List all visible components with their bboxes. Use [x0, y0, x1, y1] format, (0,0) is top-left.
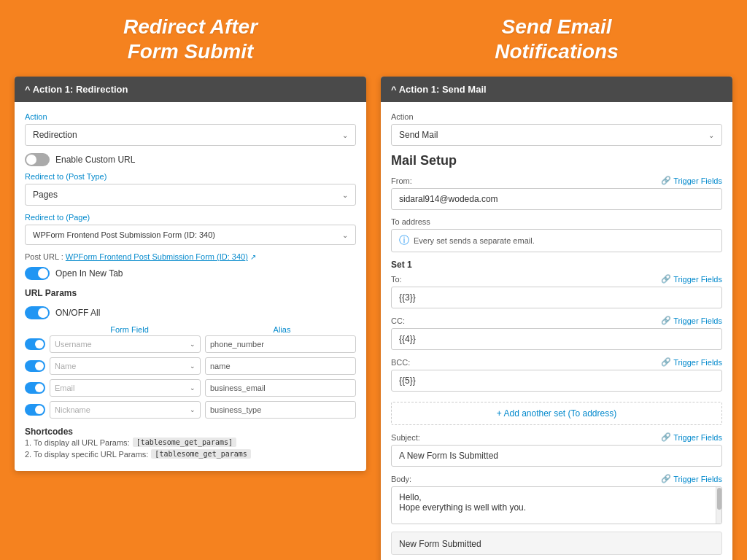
- toggle-knob: [38, 308, 48, 318]
- left-card-header: ^ Action 1: Redirection: [15, 77, 366, 102]
- shortcode-badge-1: [tablesome_get_params]: [133, 438, 236, 447]
- enable-custom-url-row: Enable Custom URL: [25, 153, 356, 166]
- form-field-header: Form Field: [55, 325, 204, 334]
- right-action-select[interactable]: Send Mail ⌄: [391, 124, 722, 146]
- post-url-row: Post URL : WPForm Frontend Post Submissi…: [25, 252, 356, 261]
- post-url-link[interactable]: WPForm Frontend Post Submission Form (ID…: [66, 252, 248, 261]
- param-field-select-1[interactable]: Username ⌄: [50, 335, 201, 353]
- toggle-knob: [38, 268, 48, 279]
- from-group: From: 🔗 Trigger Fields sidaral914@wodeda…: [391, 176, 722, 210]
- param-alias-input-2[interactable]: [205, 357, 356, 375]
- bcc-input[interactable]: {{5}}: [391, 370, 722, 392]
- subject-field-header: Subject: 🔗 Trigger Fields: [391, 432, 722, 442]
- right-action-group: Action Send Mail ⌄: [391, 112, 722, 146]
- param-toggle-2[interactable]: [25, 360, 45, 372]
- trigger-icon: 🔗: [661, 432, 671, 442]
- bcc-field-group: BCC: 🔗 Trigger Fields {{5}}: [391, 357, 722, 392]
- to-field-group: To: 🔗 Trigger Fields {{3}}: [391, 274, 722, 308]
- action-select[interactable]: Redirection ⌄: [25, 124, 356, 146]
- enable-custom-url-toggle[interactable]: [25, 153, 50, 166]
- url-params-section: URL Params: [25, 286, 356, 299]
- action-label: Action: [25, 112, 356, 121]
- redirect-post-type-label: Redirect to (Post Type): [25, 172, 356, 181]
- right-action-label: Action: [391, 112, 722, 121]
- param-alias-input-1[interactable]: [205, 335, 356, 353]
- param-toggle-4[interactable]: [25, 404, 45, 416]
- on-off-all-toggle[interactable]: [25, 306, 50, 319]
- external-link-icon: ↗: [250, 253, 256, 261]
- info-icon: ⓘ: [399, 234, 409, 247]
- params-row-3: Email ⌄: [25, 379, 356, 397]
- params-row-1: Username ⌄: [25, 335, 356, 353]
- left-title: Redirect After Form Submit: [123, 15, 258, 63]
- body-textarea[interactable]: Hello, Hope everything is well with you.: [391, 486, 722, 524]
- toggle-knob: [26, 155, 36, 165]
- right-title: Send Email Notifications: [495, 15, 619, 63]
- url-params-label: URL Params: [25, 288, 77, 298]
- open-new-tab-row: Open In New Tab: [25, 267, 356, 280]
- scrollbar-thumb[interactable]: [717, 488, 721, 510]
- chevron-down-icon: ⌄: [190, 406, 196, 413]
- chevron-down-icon: ⌄: [190, 362, 196, 370]
- to-input[interactable]: {{3}}: [391, 287, 722, 308]
- alias-header: Alias: [208, 325, 356, 334]
- redirect-post-type-select[interactable]: Pages ⌄: [25, 184, 356, 206]
- chevron-down-icon: ⌄: [708, 131, 714, 139]
- chevron-down-icon: ⌄: [342, 191, 348, 199]
- from-field-header: From: 🔗 Trigger Fields: [391, 176, 722, 185]
- trigger-fields-body[interactable]: 🔗 Trigger Fields: [661, 474, 722, 483]
- right-card: ^ Action 1: Send Mail Action Send Mail ⌄…: [381, 77, 732, 560]
- bcc-label: BCC:: [391, 358, 410, 367]
- open-new-tab-label: Open In New Tab: [55, 268, 123, 279]
- cc-input[interactable]: {{4}}: [391, 328, 722, 350]
- info-box: ⓘ Every set sends a separate email.: [391, 229, 722, 252]
- params-table-header: Form Field Alias: [25, 325, 356, 334]
- chevron-down-icon: ⌄: [342, 131, 348, 139]
- set1-label: Set 1: [391, 260, 722, 270]
- param-alias-input-3[interactable]: [205, 379, 356, 397]
- right-section: Send Email Notifications ^ Action 1: Sen…: [381, 15, 732, 560]
- trigger-fields-to[interactable]: 🔗 Trigger Fields: [661, 274, 722, 284]
- to-label: To:: [391, 275, 402, 284]
- enable-custom-url-label: Enable Custom URL: [55, 155, 135, 165]
- redirect-post-type-group: Redirect to (Post Type) Pages ⌄: [25, 172, 356, 206]
- redirect-page-group: Redirect to (Page) WPForm Frontend Post …: [25, 213, 356, 245]
- chevron-down-icon: ⌄: [190, 384, 196, 392]
- trigger-icon: 🔗: [661, 474, 671, 483]
- add-set-button[interactable]: + Add another set (To address): [391, 402, 722, 425]
- subject-input[interactable]: A New Form Is Submitted: [391, 445, 722, 467]
- toggle-knob: [35, 405, 44, 414]
- body-field-header: Body: 🔗 Trigger Fields: [391, 474, 722, 483]
- param-field-select-2[interactable]: Name ⌄: [50, 357, 201, 375]
- open-new-tab-toggle[interactable]: [25, 267, 50, 280]
- param-alias-input-4[interactable]: [205, 401, 356, 419]
- cc-field-header: CC: 🔗 Trigger Fields: [391, 316, 722, 325]
- trigger-fields-bcc[interactable]: 🔗 Trigger Fields: [661, 357, 722, 367]
- mail-setup-title: Mail Setup: [391, 153, 722, 168]
- trigger-icon: 🔗: [661, 274, 671, 284]
- scrollbar-track: [716, 487, 721, 524]
- shortcode-item-1: 1. To display all URL Params: [tablesome…: [25, 438, 356, 447]
- trigger-icon: 🔗: [661, 357, 671, 367]
- param-toggle-1[interactable]: [25, 338, 45, 350]
- trigger-fields-cc[interactable]: 🔗 Trigger Fields: [661, 316, 722, 325]
- to-address-label: To address: [391, 217, 722, 226]
- left-card-body: Action Redirection ⌄ Enable Custom URL R…: [15, 102, 366, 471]
- cc-label: CC:: [391, 316, 405, 325]
- cc-field-group: CC: 🔗 Trigger Fields {{4}}: [391, 316, 722, 350]
- right-card-header: ^ Action 1: Send Mail: [381, 77, 732, 102]
- left-section: Redirect After Form Submit ^ Action 1: R…: [15, 15, 366, 560]
- params-row-2: Name ⌄: [25, 357, 356, 375]
- redirect-page-select[interactable]: WPForm Frontend Post Submission Form (ID…: [25, 225, 356, 245]
- redirect-page-label: Redirect to (Page): [25, 213, 356, 222]
- toggle-knob: [35, 340, 44, 349]
- trigger-fields-from[interactable]: 🔗 Trigger Fields: [661, 176, 722, 185]
- param-field-select-4[interactable]: Nickname ⌄: [50, 401, 201, 419]
- trigger-fields-subject[interactable]: 🔗 Trigger Fields: [661, 432, 722, 442]
- param-toggle-3[interactable]: [25, 382, 45, 394]
- from-input[interactable]: sidaral914@wodeda.com: [391, 188, 722, 210]
- shortcode-item-2: 2. To display specific URL Params: [tabl…: [25, 449, 356, 459]
- from-label: From:: [391, 176, 412, 185]
- new-form-submitted-row: New Form Submitted: [391, 532, 722, 555]
- param-field-select-3[interactable]: Email ⌄: [50, 379, 201, 397]
